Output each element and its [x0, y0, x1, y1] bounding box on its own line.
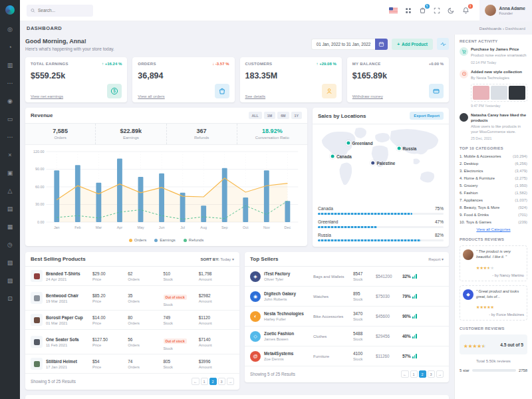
revenue-tab-1m[interactable]: 1M	[264, 112, 275, 119]
charts-icon[interactable]: ◷	[0, 235, 20, 253]
landing-icon[interactable]: ▭	[0, 110, 20, 128]
date-range-input[interactable]: 01 Jan, 2022 to 31 Jan, 2022	[311, 39, 376, 50]
page-button-1[interactable]: 1	[410, 370, 418, 378]
location-row-greenland: Greenland47%	[318, 219, 444, 228]
category-count: (701)	[518, 213, 527, 217]
out-of-stock-badge: Out of stock	[164, 338, 187, 344]
svg-text:60.00: 60.00	[35, 185, 44, 189]
stat-link[interactable]: See details	[245, 94, 266, 98]
notifications-bell-icon[interactable]: 3	[462, 7, 469, 14]
category-name[interactable]: 1. Mobile & Accessories	[460, 154, 501, 158]
category-row: 1. Mobile & Accessories(10,294)	[460, 154, 527, 158]
product-name-link[interactable]: One Seater Sofa	[46, 337, 92, 342]
category-name[interactable]: 5. Grocery	[460, 184, 478, 188]
category-row: 2. Desktop(6,256)	[460, 162, 527, 166]
forms-icon[interactable]: ▤	[0, 200, 20, 217]
language-flag-icon[interactable]	[389, 7, 398, 13]
product-name-link[interactable]: Bentwood Chair	[46, 293, 92, 298]
stat-link[interactable]: Withdraw money	[352, 94, 383, 98]
revenue-tab-all[interactable]: ALL	[249, 112, 262, 119]
svg-text:Apr: Apr	[117, 225, 123, 229]
collection-icon	[460, 70, 468, 78]
next-card-edge	[25, 395, 449, 399]
product-name-link[interactable]: Stillbird Helmet	[46, 359, 92, 364]
app-logo-icon[interactable]	[0, 0, 20, 20]
seller-company-link[interactable]: iTest Factory	[264, 271, 313, 276]
review-author: - by Nancy Martino	[476, 273, 524, 277]
sort-by-dropdown[interactable]: SORT BY: Today ▾	[201, 257, 235, 261]
pages-menu-icon[interactable]: ⋯	[0, 74, 20, 92]
activity-pulse-button[interactable]	[437, 38, 449, 50]
seller-company-link[interactable]: Meta4Systems	[264, 351, 313, 356]
page-button-3[interactable]: 3	[428, 370, 435, 378]
dollar-icon: $	[107, 84, 122, 98]
stat-link[interactable]: View all orders	[138, 94, 164, 98]
plus-icon: +	[397, 42, 400, 47]
activity-desc: Product noise evolve smartwatch	[471, 53, 527, 59]
base-ui-icon[interactable]: ▣	[0, 164, 20, 182]
category-name[interactable]: 6. Fashion	[460, 191, 478, 195]
fullscreen-icon[interactable]	[434, 7, 440, 14]
revenue-card: Revenue ALL1M6M1Y 7,585Orders$22.89kEarn…	[25, 108, 307, 246]
maps-icon[interactable]: ▨	[0, 271, 20, 289]
top-sellers-results-count: Showing 5 of 25 Results	[250, 372, 295, 376]
search-input[interactable]	[27, 5, 93, 17]
widgets-icon[interactable]: ×	[0, 146, 20, 164]
apps-grid-icon[interactable]	[405, 7, 412, 14]
map-marker-label: Palestine	[377, 161, 396, 166]
dashboards-icon[interactable]: ◎	[0, 20, 20, 38]
product-name-link[interactable]: Borosil Paper Cup	[46, 315, 92, 320]
category-name[interactable]: 2. Desktop	[460, 162, 478, 166]
stat-link[interactable]: View net earnings	[31, 94, 63, 98]
user-name: Anna Adame	[499, 6, 526, 11]
dark-mode-moon-icon[interactable]	[448, 7, 455, 14]
add-product-button[interactable]: + Add Product	[392, 39, 433, 50]
map-marker-greenland: Greenland	[346, 140, 372, 145]
report-dropdown[interactable]: Report ▾	[428, 257, 444, 261]
seller-company-link[interactable]: Zoetic Fashion	[264, 331, 313, 336]
page-button-→[interactable]: →	[227, 378, 235, 385]
breadcrumb-parent[interactable]: Dashboards	[479, 26, 501, 31]
calendar-button[interactable]	[375, 39, 388, 50]
export-report-button[interactable]: Export Report	[410, 112, 444, 120]
category-name[interactable]: 4. Home & Furniture	[460, 176, 495, 180]
apps-icon[interactable]: ◔	[0, 38, 20, 56]
layouts-icon[interactable]: ▥	[0, 56, 20, 74]
page-button-3[interactable]: 3	[218, 378, 225, 385]
category-name[interactable]: 9. Food & Drinks	[460, 213, 489, 217]
activity-item: Natasha Carey have liked the productsAll…	[460, 113, 527, 140]
page-button-2[interactable]: 2	[419, 370, 426, 378]
app-sidebar: ◎◔▥⋯◉▭⋯×▣△▤▦◷▧▨⊡	[0, 0, 20, 399]
table-row: ◉Digitech GalaxyJohn RobertsWatches895St…	[245, 287, 449, 307]
stock-value: 4100	[353, 351, 376, 356]
page-button-2[interactable]: 2	[209, 378, 217, 385]
bar-chart-icon	[412, 334, 417, 338]
revenue-tab-6m[interactable]: 6M	[277, 112, 289, 119]
revenue-tab-1y[interactable]: 1Y	[291, 112, 302, 119]
cell-value: $2982	[199, 293, 234, 298]
page-button-1[interactable]: 1	[201, 378, 208, 385]
page-button-←[interactable]: ←	[192, 378, 200, 385]
cart-badge: 5	[425, 4, 430, 9]
advance-ui-icon[interactable]: △	[0, 182, 20, 200]
icons-icon[interactable]: ▧	[0, 253, 20, 271]
seller-company-link[interactable]: Digitech Galaxy	[264, 291, 313, 296]
user-menu[interactable]: Anna Adame Founder	[479, 0, 532, 21]
page-button-→[interactable]: →	[436, 370, 444, 378]
product-name-link[interactable]: Branded T-Shirts	[46, 271, 92, 276]
view-all-categories-link[interactable]: View all Categories	[460, 227, 527, 231]
svg-text:Nov: Nov	[263, 225, 270, 229]
more-icon[interactable]: ⋯	[0, 128, 20, 146]
category-name[interactable]: 3. Electronics	[460, 169, 483, 173]
seller-company-link[interactable]: Nesta Technologies	[264, 311, 313, 316]
right-panel: RECENT ACTIVITY Purchase by James PriceP…	[454, 35, 532, 399]
cart-icon[interactable]: 5	[419, 7, 426, 14]
category-name[interactable]: 10. Toys & Games	[460, 220, 491, 224]
category-name[interactable]: 7. Appliances	[460, 198, 483, 202]
auth-icon[interactable]: ◉	[0, 92, 20, 110]
tables-icon[interactable]: ▦	[0, 217, 20, 235]
multilevel-icon[interactable]: ⊡	[0, 289, 20, 307]
table-row: Branded T-Shirts24 Apr 2021$29.00Price62…	[25, 267, 239, 286]
category-name[interactable]: 8. Beauty, Toys & More	[460, 205, 499, 209]
page-button-←[interactable]: ←	[401, 370, 409, 378]
